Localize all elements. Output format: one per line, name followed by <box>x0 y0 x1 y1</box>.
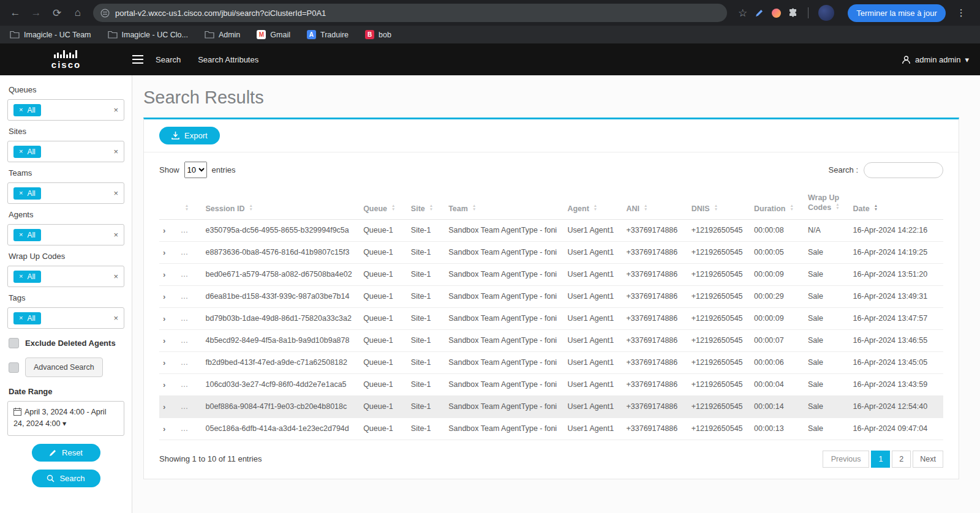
row-expand-chevron[interactable]: › <box>159 219 177 241</box>
bookmark-folder-imagicle-uc-team[interactable]: Imagicle - UC Team <box>10 31 91 39</box>
clear-icon[interactable]: × <box>113 272 118 281</box>
row-expand-chevron[interactable]: › <box>159 307 177 329</box>
clear-icon[interactable]: × <box>113 105 118 114</box>
extension-icon[interactable] <box>772 9 781 18</box>
header-agent[interactable]: Agent <box>564 189 622 219</box>
chip-remove-icon[interactable]: × <box>19 107 23 113</box>
bookmark-folder-imagicle-uc-clo[interactable]: Imagicle - UC Clo... <box>108 31 188 39</box>
sort-icon[interactable] <box>594 204 597 211</box>
row-actions-ellipsis[interactable]: … <box>177 351 202 373</box>
queues-select[interactable]: ×All × <box>7 99 124 121</box>
forward-icon[interactable]: → <box>27 4 45 22</box>
row-expand-chevron[interactable]: › <box>159 285 177 307</box>
row-actions-ellipsis[interactable]: … <box>177 219 202 241</box>
reload-icon[interactable]: ⟳ <box>48 4 66 22</box>
chip-remove-icon[interactable]: × <box>19 273 23 280</box>
header-wrap-up-codes[interactable]: Wrap Up Codes <box>804 189 850 219</box>
sort-icon[interactable] <box>391 204 395 211</box>
nav-search-attributes[interactable]: Search Attributes <box>198 55 258 64</box>
chip-remove-icon[interactable]: × <box>19 190 23 197</box>
wrap-up-codes-select[interactable]: ×All × <box>7 266 124 287</box>
header-queue[interactable]: Queue <box>360 189 407 219</box>
clear-icon[interactable]: × <box>113 313 118 323</box>
chrome-update-button[interactable]: Terminer la mise à jour <box>848 4 946 22</box>
header-ani[interactable]: ANI <box>622 189 687 219</box>
sort-icon[interactable] <box>429 204 433 211</box>
export-button[interactable]: Export <box>159 127 220 144</box>
row-actions-ellipsis[interactable]: … <box>177 418 202 440</box>
home-icon[interactable]: ⌂ <box>69 4 87 22</box>
search-button[interactable]: Search <box>32 470 100 487</box>
table-search-input[interactable] <box>864 162 943 178</box>
reset-button[interactable]: Reset <box>32 444 100 462</box>
row-expand-chevron[interactable]: › <box>159 373 177 395</box>
row-expand-chevron[interactable]: › <box>159 418 177 440</box>
advanced-search-checkbox[interactable] <box>9 362 19 373</box>
cell-duration: 00:00:09 <box>750 307 804 329</box>
table-row: ›…106cd03d-3e27-4cf9-86f0-4dd2e7e1aca5Qu… <box>159 373 943 395</box>
pagination-page-1[interactable]: 1 <box>871 451 890 468</box>
row-expand-chevron[interactable]: › <box>159 395 177 418</box>
row-actions-ellipsis[interactable]: … <box>177 373 202 395</box>
row-expand-chevron[interactable]: › <box>159 351 177 373</box>
pagination-next[interactable]: Next <box>913 451 943 468</box>
sort-icon[interactable] <box>644 204 647 211</box>
row-actions-ellipsis[interactable]: … <box>177 329 202 351</box>
sites-select[interactable]: ×All × <box>7 141 124 162</box>
hamburger-menu-icon[interactable] <box>132 55 143 64</box>
sort-icon-active[interactable] <box>874 204 878 211</box>
pagination-page-2[interactable]: 2 <box>892 451 911 468</box>
pen-extension-icon[interactable] <box>755 8 764 18</box>
chip-remove-icon[interactable]: × <box>19 315 23 321</box>
header-duration[interactable]: Duration <box>750 189 804 219</box>
tags-select[interactable]: ×All × <box>7 307 124 329</box>
browser-menu-icon[interactable]: ⋮ <box>953 7 968 18</box>
date-range-picker[interactable]: April 3, 2024 4:00 - April 24, 2024 4:00… <box>7 401 124 436</box>
chip-remove-icon[interactable]: × <box>19 231 23 238</box>
site-settings-icon[interactable] <box>100 9 110 18</box>
row-actions-ellipsis[interactable]: … <box>177 307 202 329</box>
row-expand-chevron[interactable]: › <box>159 329 177 351</box>
chip-remove-icon[interactable]: × <box>19 148 23 155</box>
nav-search[interactable]: Search <box>156 55 181 64</box>
row-expand-chevron[interactable]: › <box>159 263 177 285</box>
clear-icon[interactable]: × <box>113 230 118 239</box>
row-actions-ellipsis[interactable]: … <box>177 263 202 285</box>
sort-icon[interactable] <box>835 203 839 210</box>
clear-icon[interactable]: × <box>113 189 118 198</box>
sort-icon[interactable] <box>472 204 476 211</box>
header-actions[interactable] <box>177 189 202 219</box>
entries-select[interactable]: 10 <box>184 162 207 178</box>
pagination-previous[interactable]: Previous <box>823 451 870 468</box>
bookmark-folder-admin[interactable]: Admin <box>205 31 240 39</box>
back-icon[interactable]: ← <box>6 4 24 22</box>
agents-select[interactable]: ×All × <box>7 224 124 245</box>
header-session-id[interactable]: Session ID <box>202 189 360 219</box>
profile-avatar[interactable] <box>818 5 834 21</box>
bookmark-bob[interactable]: B bob <box>365 30 391 39</box>
exclude-deleted-agents-checkbox[interactable] <box>9 338 19 348</box>
clear-icon[interactable]: × <box>113 147 118 156</box>
row-actions-ellipsis[interactable]: … <box>177 241 202 263</box>
cell-date: 16-Apr-2024 14:22:16 <box>850 219 943 241</box>
bookmark-gmail[interactable]: M Gmail <box>257 30 290 39</box>
bookmark-traduire[interactable]: A Traduire <box>307 30 349 39</box>
header-team[interactable]: Team <box>445 189 564 219</box>
sort-icon[interactable] <box>249 204 252 211</box>
address-bar[interactable]: portal-v2.wxcc-us1.cisco.com/jbui/search… <box>93 4 727 22</box>
header-date[interactable]: Date <box>850 189 943 219</box>
header-dnis[interactable]: DNIS <box>688 189 750 219</box>
teams-select[interactable]: ×All × <box>7 182 124 204</box>
header-site[interactable]: Site <box>407 189 445 219</box>
sort-icon[interactable] <box>790 204 793 211</box>
row-actions-ellipsis[interactable]: … <box>177 395 202 418</box>
row-expand-chevron[interactable]: › <box>159 241 177 263</box>
sort-icon[interactable] <box>714 204 718 211</box>
bookmark-star-icon[interactable]: ☆ <box>738 7 747 20</box>
user-menu[interactable]: admin admin ▾ <box>902 55 969 64</box>
advanced-search-button[interactable]: Advanced Search <box>25 358 103 377</box>
row-actions-ellipsis[interactable]: … <box>177 285 202 307</box>
sort-icon[interactable] <box>185 204 189 211</box>
cell-queue: Queue-1 <box>360 219 407 241</box>
extensions-puzzle-icon[interactable] <box>788 8 798 18</box>
